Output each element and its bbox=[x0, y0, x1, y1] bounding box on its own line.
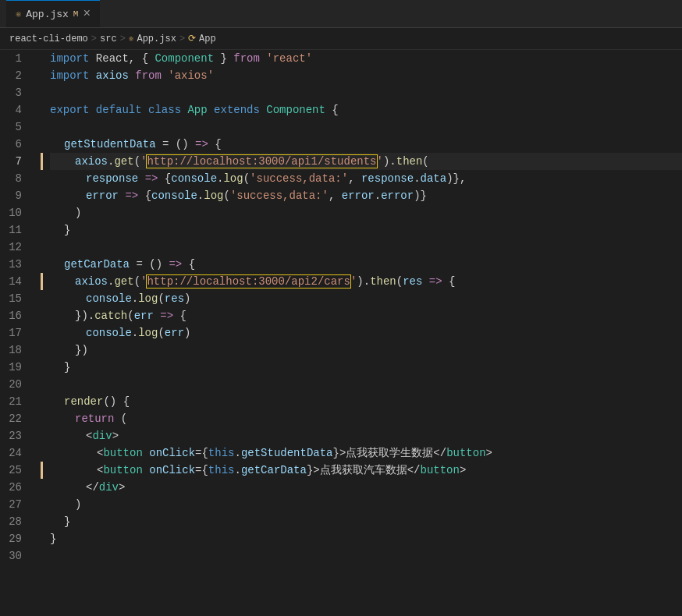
ln-13: 13 bbox=[0, 256, 34, 273]
code-line-26: </div> bbox=[50, 479, 682, 496]
ln-26: 26 bbox=[0, 479, 34, 496]
code-line-25: <button onClick={this.getCarData}>点我获取汽车… bbox=[50, 462, 682, 479]
ln-16: 16 bbox=[0, 307, 34, 324]
ln-22: 22 bbox=[0, 410, 34, 427]
ln-4: 4 bbox=[0, 101, 34, 119]
code-line-9: error => {console.log('success,data:', e… bbox=[50, 187, 682, 204]
ln-30: 30 bbox=[0, 547, 34, 565]
code-line-10: ) bbox=[50, 204, 682, 221]
code-line-6: getStudentData = () => { bbox=[50, 136, 682, 153]
tab-appjsx[interactable]: ⚛ App.jsx M × bbox=[6, 0, 100, 27]
ln-9: 9 bbox=[0, 187, 34, 204]
ln-14: 14 bbox=[0, 273, 34, 290]
code-line-19: } bbox=[50, 359, 682, 376]
line-numbers: 1 2 3 4 5 6 7 8 9 10 11 12 13 14 15 16 1… bbox=[0, 50, 41, 565]
code-line-16: }).catch(err => { bbox=[50, 307, 682, 324]
ln-12: 12 bbox=[0, 239, 34, 256]
ln-6: 6 bbox=[0, 136, 34, 153]
tab-filename: App.jsx bbox=[26, 9, 69, 20]
code-line-4: export default class App extends Compone… bbox=[50, 101, 682, 119]
code-line-12 bbox=[50, 239, 682, 256]
ln-3: 3 bbox=[0, 84, 34, 101]
tab-close-button[interactable]: × bbox=[83, 8, 91, 20]
code-line-8: response => {console.log('success,data:'… bbox=[50, 170, 682, 187]
code-line-17: console.log(err) bbox=[50, 324, 682, 342]
breadcrumb: react-cli-demo > src > ⚛ App.jsx > ⟳ App bbox=[0, 28, 682, 50]
code-line-15: console.log(res) bbox=[50, 290, 682, 307]
ln-15: 15 bbox=[0, 290, 34, 307]
ln-20: 20 bbox=[0, 376, 34, 393]
code-line-18: }) bbox=[50, 342, 682, 359]
ln-7: 7 bbox=[0, 153, 34, 170]
ln-27: 27 bbox=[0, 496, 34, 513]
ln-21: 21 bbox=[0, 393, 34, 410]
margin-25 bbox=[41, 462, 43, 479]
ln-25: 25 bbox=[0, 462, 34, 479]
code-line-7: axios.get('http://localhost:3000/api1/st… bbox=[50, 153, 682, 170]
ln-10: 10 bbox=[0, 204, 34, 221]
ln-1: 1 bbox=[0, 50, 34, 67]
code-line-27: ) bbox=[50, 496, 682, 513]
code-line-11: } bbox=[50, 221, 682, 239]
code-line-21: render() { bbox=[50, 393, 682, 410]
code-line-13: getCarData = () => { bbox=[50, 256, 682, 273]
code-line-14: axios.get('http://localhost:3000/api2/ca… bbox=[50, 273, 682, 290]
tab-modified-dot: M bbox=[73, 9, 79, 19]
code-line-5 bbox=[50, 119, 682, 136]
code-line-2: import axios from 'axios' bbox=[50, 67, 682, 84]
ln-24: 24 bbox=[0, 444, 34, 462]
ln-5: 5 bbox=[0, 119, 34, 136]
ln-17: 17 bbox=[0, 324, 34, 342]
code-line-30 bbox=[50, 547, 682, 565]
code-line-29: } bbox=[50, 530, 682, 547]
breadcrumb-project: react-cli-demo bbox=[9, 34, 88, 44]
margin-14 bbox=[41, 273, 43, 290]
ln-19: 19 bbox=[0, 359, 34, 376]
ln-28: 28 bbox=[0, 513, 34, 530]
code-line-23: <div> bbox=[50, 427, 682, 444]
ln-23: 23 bbox=[0, 427, 34, 444]
code-editor[interactable]: import React, { Component } from 'react'… bbox=[44, 50, 682, 616]
ln-8: 8 bbox=[0, 170, 34, 187]
ln-29: 29 bbox=[0, 530, 34, 547]
gutter: 1 2 3 4 5 6 7 8 9 10 11 12 13 14 15 16 1… bbox=[0, 50, 41, 616]
margin-7 bbox=[41, 153, 43, 170]
code-line-3 bbox=[50, 84, 682, 101]
breadcrumb-file: App.jsx bbox=[137, 34, 176, 44]
breadcrumb-jsx-icon: ⚛ bbox=[129, 34, 134, 44]
code-line-22: return ( bbox=[50, 410, 682, 427]
ln-11: 11 bbox=[0, 221, 34, 239]
jsx-icon: ⚛ bbox=[16, 9, 21, 20]
code-line-28: } bbox=[50, 513, 682, 530]
code-line-1: import React, { Component } from 'react' bbox=[50, 50, 682, 67]
code-line-20 bbox=[50, 376, 682, 393]
code-line-24: <button onClick={this.getStudentData}>点我… bbox=[50, 444, 682, 462]
breadcrumb-class: App bbox=[199, 34, 216, 44]
ln-2: 2 bbox=[0, 67, 34, 84]
breadcrumb-class-icon: ⟳ bbox=[188, 33, 196, 44]
editor: 1 2 3 4 5 6 7 8 9 10 11 12 13 14 15 16 1… bbox=[0, 50, 682, 616]
title-bar: ⚛ App.jsx M × bbox=[0, 0, 682, 28]
ln-18: 18 bbox=[0, 342, 34, 359]
breadcrumb-src: src bbox=[100, 34, 117, 44]
